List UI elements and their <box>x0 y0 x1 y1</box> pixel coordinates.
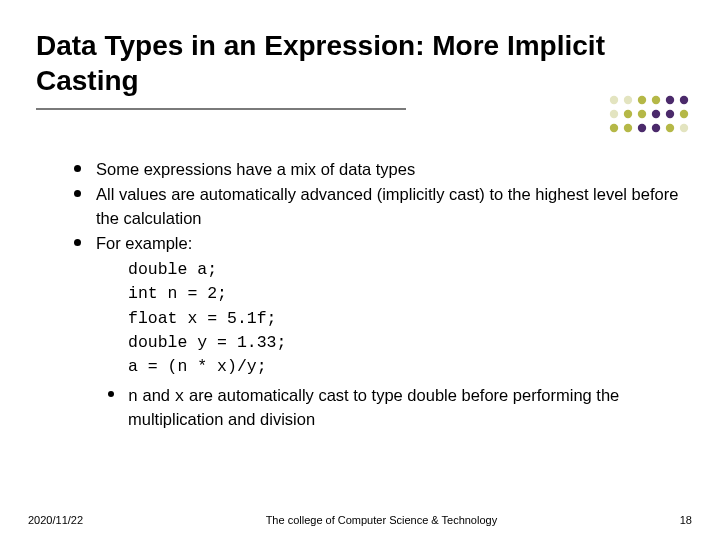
page-title: Data Types in an Expression: More Implic… <box>36 28 684 98</box>
code-var: x <box>175 387 185 406</box>
code-line: double a; <box>128 258 684 282</box>
content-area: Some expressions have a mix of data type… <box>36 158 684 431</box>
code-line: int n = 2; <box>128 282 684 306</box>
svg-point-15 <box>652 124 660 132</box>
svg-point-0 <box>610 96 618 104</box>
svg-point-16 <box>666 124 674 132</box>
bullet-list: Some expressions have a mix of data type… <box>72 158 684 431</box>
svg-point-10 <box>666 110 674 118</box>
svg-point-1 <box>624 96 632 104</box>
footer-center: The college of Computer Science & Techno… <box>83 514 680 526</box>
code-var: n <box>128 387 138 406</box>
svg-point-5 <box>680 96 688 104</box>
bullet-item: For example: double a; int n = 2; float … <box>72 232 684 431</box>
title-underline <box>36 108 406 110</box>
footer-date: 2020/11/22 <box>28 514 83 526</box>
bullet-text: Some expressions have a mix of data type… <box>96 160 415 178</box>
svg-point-3 <box>652 96 660 104</box>
sub-bullet-item: n and x are automatically cast to type d… <box>108 384 684 431</box>
svg-point-6 <box>610 110 618 118</box>
text: and <box>138 386 175 404</box>
svg-point-9 <box>652 110 660 118</box>
footer: 2020/11/22 The college of Computer Scien… <box>0 514 720 526</box>
bullet-item: Some expressions have a mix of data type… <box>72 158 684 181</box>
slide: Data Types in an Expression: More Implic… <box>0 0 720 540</box>
code-line: a = (n * x)/y; <box>128 355 684 379</box>
code-line: float x = 5.1f; <box>128 307 684 331</box>
text: are automatically cast to type double be… <box>128 386 619 428</box>
svg-point-14 <box>638 124 646 132</box>
bullet-item: All values are automatically advanced (i… <box>72 183 684 230</box>
svg-point-4 <box>666 96 674 104</box>
code-line: double y = 1.33; <box>128 331 684 355</box>
bullet-text: All values are automatically advanced (i… <box>96 185 678 226</box>
decorative-dots <box>608 94 698 134</box>
svg-point-17 <box>680 124 688 132</box>
svg-point-12 <box>610 124 618 132</box>
bullet-text: For example: <box>96 234 192 252</box>
code-block: double a; int n = 2; float x = 5.1f; dou… <box>128 258 684 380</box>
footer-page: 18 <box>680 514 692 526</box>
svg-point-2 <box>638 96 646 104</box>
svg-point-7 <box>624 110 632 118</box>
svg-point-13 <box>624 124 632 132</box>
svg-point-8 <box>638 110 646 118</box>
svg-point-11 <box>680 110 688 118</box>
sub-bullet-list: n and x are automatically cast to type d… <box>108 384 684 431</box>
